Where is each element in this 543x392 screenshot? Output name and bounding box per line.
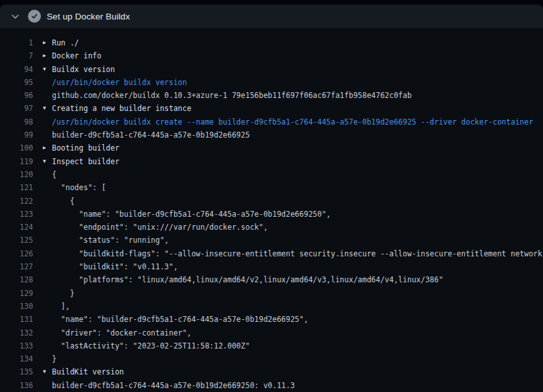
group-collapsed-icon[interactable]: ▶ [33,141,52,154]
log-line-text: { [52,168,543,181]
group-chevron-icon [33,221,52,234]
log-line-text: "nodes": [ [52,181,543,194]
step-header[interactable]: Set up Docker Buildx [0,5,543,28]
status-check-icon [28,10,41,23]
log-output-line: 124 "endpoint": "unix:///var/run/docker.… [0,221,543,234]
log-output-line: 121 "nodes": [ [0,181,543,194]
line-number-link[interactable]: 132 [0,326,33,339]
log-group-row[interactable]: 135 ▼ BuildKit version [0,365,543,378]
log-output-line: 132 "driver": "docker-container", [0,326,543,339]
log-line-text: BuildKit version [52,365,543,378]
log-output-line: 129 } [0,287,543,300]
group-chevron-icon [33,89,52,102]
log-line-text: builder-d9cfb5a1-c764-445a-a57e-0b19d2e6… [52,129,543,141]
group-expanded-icon[interactable]: ▼ [33,365,52,378]
line-number-link[interactable]: 133 [0,339,33,352]
group-expanded-icon[interactable]: ▼ [33,102,52,115]
line-number-link[interactable]: 96 [0,89,33,102]
log-command-line: 98 /usr/bin/docker buildx create --name … [0,116,543,129]
line-number-link[interactable]: 97 [0,102,33,115]
log-output-line: 125 "status": "running", [0,234,543,247]
line-number-link[interactable]: 123 [0,208,33,221]
group-expanded-icon[interactable]: ▼ [33,63,52,76]
log-line-text: "endpoint": "unix:///var/run/docker.sock… [52,221,543,234]
group-chevron-icon [33,352,52,365]
log-line-text: Booting builder [52,141,543,154]
group-chevron-icon [33,234,52,247]
line-number-link[interactable]: 129 [0,287,33,300]
log-line-text: /usr/bin/docker buildx version [52,76,543,89]
log-output-line: 127 "buildkit": "v0.11.3", [0,260,543,273]
line-number-link[interactable]: 119 [0,155,33,168]
log-group-row[interactable]: 1 ▶ Run ./ [0,36,543,49]
log-line-text: } [52,287,543,300]
line-number-link[interactable]: 136 [0,379,33,392]
log-line-text: builder-d9cfb5a1-c764-445a-a57e-0b19d2e6… [52,379,543,392]
log-line-text: "name": "builder-d9cfb5a1-c764-445a-a57e… [52,208,543,221]
log-command-line: 95 /usr/bin/docker buildx version [0,76,543,89]
log-output-line: 131 "name": "builder-d9cfb5a1-c764-445a-… [0,313,543,326]
group-chevron-icon [33,300,52,313]
line-number-link[interactable]: 95 [0,76,33,89]
log-line-text: Run ./ [52,36,543,49]
line-number-link[interactable]: 7 [0,49,33,62]
log-line-text: "lastActivity": "2023-02-25T11:58:12.000… [52,339,543,352]
group-chevron-icon [33,379,52,392]
line-number-link[interactable]: 124 [0,221,33,234]
line-number-link[interactable]: 125 [0,234,33,247]
group-chevron-icon [33,287,52,300]
group-chevron-icon [33,129,52,141]
line-number-link[interactable]: 100 [0,141,33,154]
log-output-line: 99 builder-d9cfb5a1-c764-445a-a57e-0b19d… [0,129,543,141]
log-line-text: "status": "running", [52,234,543,247]
group-chevron-icon [33,273,52,286]
line-number-link[interactable]: 127 [0,260,33,273]
line-number-link[interactable]: 135 [0,365,33,378]
line-number-link[interactable]: 1 [0,36,33,49]
group-chevron-icon [33,260,52,273]
group-chevron-icon [33,326,52,339]
log-group-row[interactable]: 100 ▶ Booting builder [0,141,543,154]
line-number-link[interactable]: 98 [0,116,33,129]
line-number-link[interactable]: 134 [0,352,33,365]
log-group-row[interactable]: 94 ▼ Buildx version [0,63,543,76]
log-group-row[interactable]: 7 ▶ Docker info [0,49,543,62]
group-expanded-icon[interactable]: ▼ [33,155,52,168]
line-number-link[interactable]: 122 [0,195,33,208]
line-number-link[interactable]: 126 [0,247,33,260]
log-output-line: 130 ], [0,300,543,313]
line-number-link[interactable]: 121 [0,181,33,194]
log-output-line: 134 } [0,352,543,365]
log-viewer: 1 ▶ Run ./ 7 ▶ Docker info 94 ▼ Buildx v… [0,28,543,392]
chevron-down-icon[interactable] [10,12,20,21]
log-line-text: Docker info [52,49,543,62]
log-line-text: "platforms": "linux/amd64,linux/amd64/v2… [52,273,543,286]
group-chevron-icon [33,181,52,194]
log-line-text: } [52,352,543,365]
log-output-line: 122 { [0,195,543,208]
group-chevron-icon [33,76,52,89]
line-number-link[interactable]: 128 [0,273,33,286]
group-collapsed-icon[interactable]: ▶ [33,49,52,62]
line-number-link[interactable]: 131 [0,313,33,326]
log-line-text: "buildkit": "v0.11.3", [52,260,543,273]
group-chevron-icon [33,208,52,221]
log-group-row[interactable]: 97 ▼ Creating a new builder instance [0,102,543,115]
log-output-line: 133 "lastActivity": "2023-02-25T11:58:12… [0,339,543,352]
step-title: Set up Docker Buildx [47,12,130,21]
line-number-link[interactable]: 130 [0,300,33,313]
log-output-line: 126 "buildkitd-flags": "--allow-insecure… [0,247,543,260]
log-line-text: Buildx version [52,63,543,76]
log-output-line: 120 { [0,168,543,181]
line-number-link[interactable]: 94 [0,63,33,76]
group-collapsed-icon[interactable]: ▶ [33,36,52,49]
line-number-link[interactable]: 99 [0,129,33,141]
log-output-line: 136 builder-d9cfb5a1-c764-445a-a57e-0b19… [0,379,543,392]
log-group-row[interactable]: 119 ▼ Inspect builder [0,155,543,168]
line-number-link[interactable]: 120 [0,168,33,181]
group-chevron-icon [33,313,52,326]
log-line-text: "name": "builder-d9cfb5a1-c764-445a-a57e… [52,313,543,326]
log-line-text: /usr/bin/docker buildx create --name bui… [52,116,543,129]
group-chevron-icon [33,116,52,129]
log-output-line: 128 "platforms": "linux/amd64,linux/amd6… [0,273,543,286]
